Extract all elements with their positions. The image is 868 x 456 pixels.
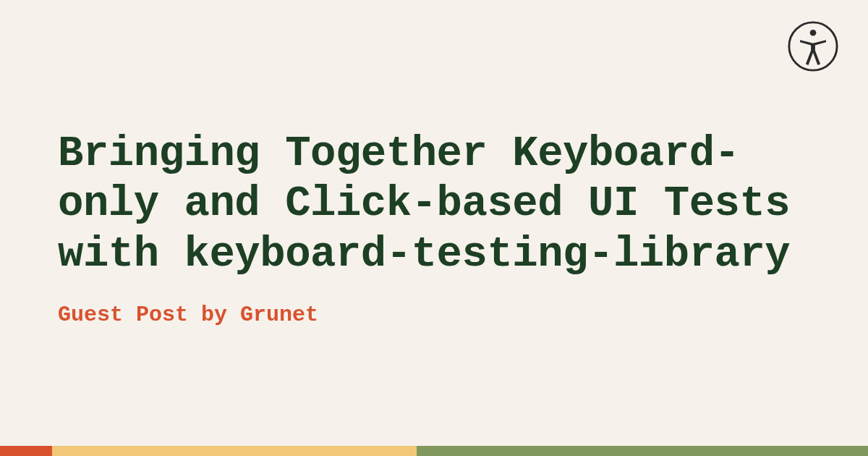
footer-stripe xyxy=(0,446,868,456)
page-subtitle: Guest Post by Grunet xyxy=(58,303,810,327)
svg-point-1 xyxy=(810,30,817,36)
stripe-segment-1 xyxy=(0,446,52,456)
stripe-segment-2 xyxy=(52,446,417,456)
accessibility-icon-wrapper xyxy=(787,20,839,75)
accessibility-icon xyxy=(787,62,839,75)
stripe-segment-3 xyxy=(417,446,868,456)
content-container: Bringing Together Keyboard-only and Clic… xyxy=(0,0,868,456)
page-title: Bringing Together Keyboard-only and Clic… xyxy=(58,129,810,280)
